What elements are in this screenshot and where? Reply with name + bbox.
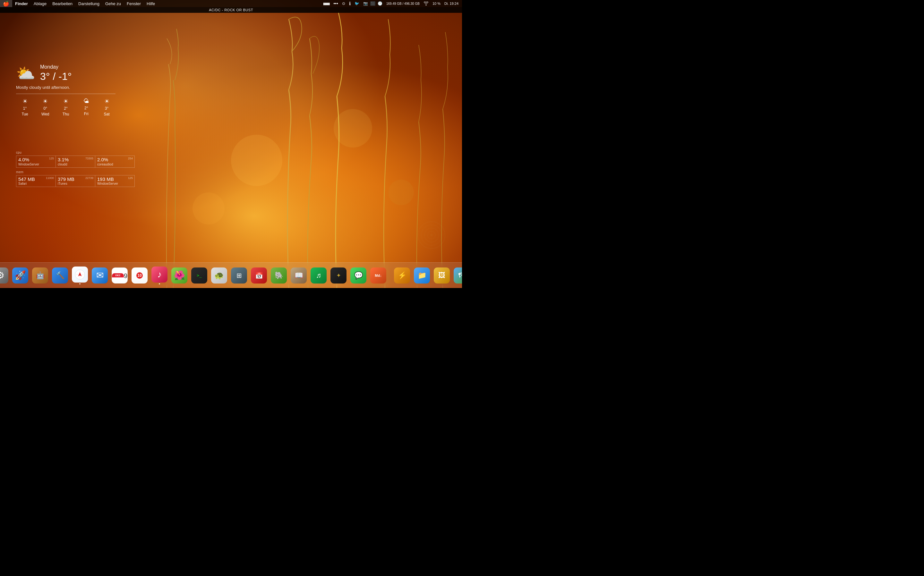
apple-menu[interactable]: 🍎 bbox=[0, 0, 12, 7]
weather-day: Monday bbox=[40, 64, 72, 70]
weather-main-icon: ⛅ bbox=[16, 64, 35, 82]
dock-mail[interactable]: ✉ bbox=[90, 266, 109, 285]
calendar-icon: DEZ 9 bbox=[112, 267, 128, 283]
itunes-dot bbox=[159, 283, 160, 285]
papers-icon: 📖 bbox=[291, 267, 307, 283]
dock-calendar[interactable]: DEZ 9 bbox=[110, 266, 129, 285]
dock: ⚙ 🚀 🤖 🔨 ✉ DEZ 9 bbox=[0, 262, 462, 288]
forecast-fri-label: Fri bbox=[84, 112, 88, 116]
forecast-thu: ☀ 2° Thu bbox=[57, 98, 75, 117]
mem-cell-1: 22739 379 MB iTunes bbox=[56, 176, 95, 187]
forecast-tue-label: Tue bbox=[21, 112, 28, 117]
mem-cell-0: 11000 547 MB Safari bbox=[16, 176, 56, 187]
terminal-icon: >_ bbox=[191, 267, 207, 283]
forecast-wed-icon: ☀ bbox=[43, 98, 48, 105]
forecast-sat-temp: 3° bbox=[105, 106, 109, 110]
wifi-icon[interactable] bbox=[422, 0, 430, 7]
dock-spotify[interactable]: ♬ bbox=[309, 266, 328, 285]
cpu-stats-row: 125 4.0% WindowServer 73305 3.1% cloudd … bbox=[16, 155, 135, 168]
clock-icon[interactable]: 🕐 bbox=[376, 0, 384, 7]
itunes-icon: ♪ bbox=[151, 267, 168, 283]
fantastical-icon: 📅 bbox=[251, 267, 267, 283]
mem-value-2: 193 MB bbox=[97, 177, 133, 182]
mem-cell-2: 125 193 MB WindowServer bbox=[95, 176, 135, 187]
dock-screenium[interactable]: ⊞ bbox=[230, 266, 248, 285]
messages-icon: 💬 bbox=[350, 267, 367, 283]
forecast-tue: ☀ 1° Tue bbox=[16, 98, 34, 117]
menubar-fenster[interactable]: Fenster bbox=[124, 0, 144, 7]
screenium-dock-icon: ⊞ bbox=[231, 267, 247, 283]
forecast-fri-temp: 2° bbox=[84, 106, 88, 110]
mail-icon: ✉ bbox=[92, 267, 108, 283]
system-stats-widget: cpu 125 4.0% WindowServer 73305 3.1% clo… bbox=[16, 151, 135, 190]
forecast-sat: ☀ 3° Sat bbox=[98, 98, 115, 117]
forecast-thu-label: Thu bbox=[62, 112, 69, 117]
cpu-cell-1: 73305 3.1% cloudd bbox=[56, 156, 95, 167]
reminders-icon: 10 bbox=[131, 267, 147, 283]
menubar-hilfe[interactable]: Hilfe bbox=[144, 0, 158, 7]
cpu-value-2: 2.0% bbox=[97, 157, 133, 163]
weather-widget: ⛅ Monday 3° / -1° Mostly cloudy until af… bbox=[16, 64, 115, 117]
cpu-pid-2: 254 bbox=[128, 157, 133, 160]
dock-slideshowx[interactable]: 🖼 bbox=[432, 266, 451, 285]
forecast-wed-temp: 0° bbox=[44, 106, 47, 110]
mem-label: mem bbox=[16, 170, 135, 174]
menubar-app-name[interactable]: Finder bbox=[12, 0, 31, 7]
mem-name-0: Safari bbox=[18, 182, 54, 186]
forecast-sat-icon: ☀ bbox=[104, 98, 109, 105]
forecast-fri-icon: 🌤 bbox=[83, 98, 89, 104]
cpu-cell-0: 125 4.0% WindowServer bbox=[16, 156, 56, 167]
cpu-cell-2: 254 2.0% coreaudiod bbox=[95, 156, 135, 167]
weather-description: Mostly cloudy until afternoon. bbox=[16, 85, 115, 90]
dock-evernote[interactable]: 🐘 bbox=[269, 266, 288, 285]
storage-display: 169.49 GB / 496.30 GB bbox=[385, 0, 421, 7]
dock-files[interactable]: 📁 bbox=[413, 266, 431, 285]
dock-automator[interactable]: 🤖 bbox=[31, 266, 50, 285]
app-icon-small[interactable]: ⬛ bbox=[370, 1, 375, 6]
launchpad-icon: 🚀 bbox=[12, 267, 28, 283]
dock-reminders[interactable]: 10 bbox=[130, 266, 149, 285]
screenium-icon[interactable]: ⊙ bbox=[340, 0, 347, 7]
menubar: 🍎 Finder Ablage Bearbeiten Darstellung G… bbox=[0, 0, 462, 7]
darktable-icon: ✦ bbox=[330, 267, 346, 283]
mem-pid-2: 125 bbox=[128, 176, 133, 179]
weather-temp: 3° / -1° bbox=[40, 70, 72, 82]
dock-fantastical[interactable]: 📅 bbox=[250, 266, 268, 285]
dock-iphoto[interactable]: 🌺 bbox=[170, 266, 189, 285]
dots-menu[interactable]: ••• bbox=[332, 0, 340, 7]
dock-maps[interactable]: 🗺 bbox=[452, 266, 462, 285]
menubar-ablage[interactable]: Ablage bbox=[31, 0, 50, 7]
dock-messages[interactable]: 💬 bbox=[349, 266, 368, 285]
forecast-fri: 🌤 2° Fri bbox=[77, 98, 95, 117]
weather-forecast: ☀ 1° Tue ☀ 0° Wed ☀ 2° Thu 🌤 2° Fri ☀ 3 bbox=[16, 98, 115, 117]
dock-syspref[interactable]: ⚙ bbox=[0, 266, 10, 285]
mem-stats-row: 11000 547 MB Safari 22739 379 MB iTunes … bbox=[16, 175, 135, 187]
safari-icon bbox=[72, 267, 88, 283]
dock-xcode[interactable]: 🔨 bbox=[51, 266, 69, 285]
dock-mdown[interactable]: Md↓ bbox=[369, 266, 388, 285]
dock-filemerge[interactable]: ⚡ bbox=[393, 266, 411, 285]
maps-icon: 🗺 bbox=[454, 267, 462, 283]
weather-divider bbox=[16, 94, 115, 94]
spotify-icon: ♬ bbox=[311, 267, 327, 283]
dock-terminal[interactable]: >_ bbox=[190, 266, 208, 285]
forecast-wed: ☀ 0° Wed bbox=[37, 98, 54, 117]
dock-papers[interactable]: 📖 bbox=[289, 266, 308, 285]
info-icon[interactable]: ℹ bbox=[348, 0, 352, 7]
iphoto-icon: 🌺 bbox=[171, 267, 187, 283]
menubar-gehe-zu[interactable]: Gehe zu bbox=[102, 0, 124, 7]
dock-app13[interactable]: 🐢 bbox=[210, 266, 229, 285]
dock-safari[interactable] bbox=[70, 266, 89, 285]
dock-launchpad[interactable]: 🚀 bbox=[11, 266, 29, 285]
disc-icon bbox=[417, 221, 446, 250]
forecast-tue-temp: 1° bbox=[23, 106, 27, 110]
dock-darktable[interactable]: ✦ bbox=[329, 266, 348, 285]
photo-icon[interactable]: 📷 bbox=[362, 0, 370, 7]
menubar-bearbeiten[interactable]: Bearbeiten bbox=[50, 0, 75, 7]
menubar-darstellung[interactable]: Darstellung bbox=[75, 0, 102, 7]
forecast-thu-temp: 2° bbox=[64, 106, 67, 110]
mem-pid-1: 22739 bbox=[85, 176, 93, 179]
dock-itunes[interactable]: ♪ bbox=[150, 266, 169, 285]
twitterrific-icon[interactable]: 🐦 bbox=[353, 0, 361, 7]
cpu-pid-1: 73305 bbox=[85, 157, 93, 160]
